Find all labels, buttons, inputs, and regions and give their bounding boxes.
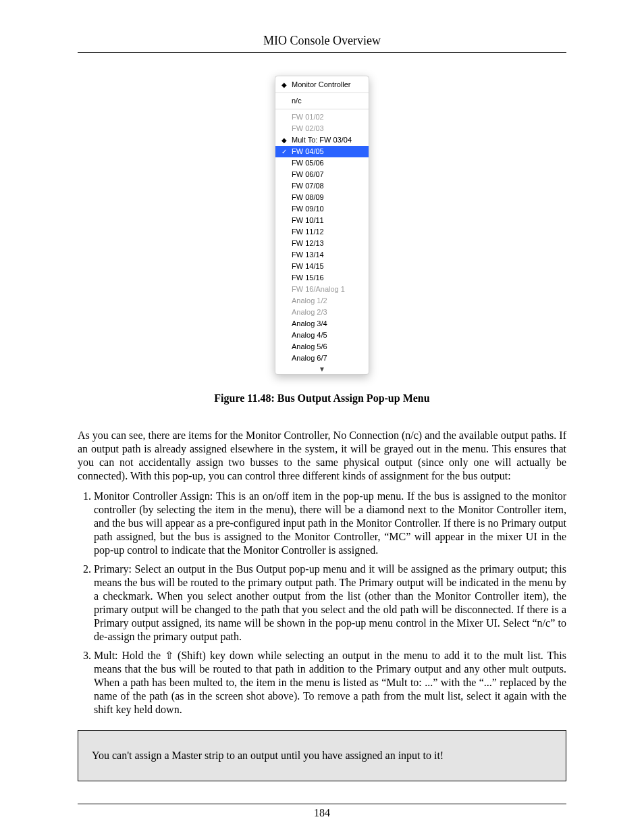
menu-item-label: Mult To: FW 03/04 — [292, 136, 352, 144]
scroll-down-icon[interactable]: ▼ — [275, 364, 369, 373]
menu-item-label: FW 16/Analog 1 — [292, 285, 345, 293]
menu-item[interactable]: ◆Mult To: FW 03/04 — [275, 134, 369, 146]
menu-item-label: FW 05/06 — [292, 159, 324, 167]
menu-item-label: Analog 4/5 — [292, 331, 327, 339]
menu-item[interactable]: FW 10/11 — [275, 215, 369, 226]
page-footer: 184 — [78, 804, 566, 819]
list-item: Primary: Select an output in the Bus Out… — [94, 563, 566, 644]
menu-item-label: FW 10/11 — [292, 216, 324, 224]
menu-item[interactable]: Analog 3/4 — [275, 318, 369, 330]
menu-item-label: FW 12/13 — [292, 239, 324, 247]
menu-item-label: Analog 1/2 — [292, 296, 327, 305]
menu-item[interactable]: FW 11/12 — [275, 226, 369, 238]
menu-item[interactable]: ◆Monitor Controller — [275, 79, 369, 90]
menu-item[interactable]: Analog 5/6 — [275, 341, 369, 353]
menu-item[interactable]: FW 14/15 — [275, 261, 369, 272]
menu-item-label: FW 09/10 — [292, 205, 324, 213]
menu-item: FW 16/Analog 1 — [275, 284, 369, 295]
menu-item: Analog 1/2 — [275, 295, 369, 307]
page: MIO Console Overview ◆Monitor Controller… — [0, 0, 644, 834]
menu-item[interactable]: FW 06/07 — [275, 169, 369, 180]
page-number: 184 — [78, 807, 566, 819]
menu-item-label: FW 06/07 — [292, 170, 324, 178]
menu-item[interactable]: FW 08/09 — [275, 192, 369, 203]
header-rule — [78, 52, 566, 53]
list-item: Mult: Hold the ⇧ (Shift) key down while … — [94, 649, 566, 716]
menu-item-label: Analog 3/4 — [292, 319, 327, 328]
numbered-list: Monitor Controller Assign: This is an on… — [78, 490, 566, 716]
menu-item-label: Monitor Controller — [292, 80, 350, 88]
menu-item-label: FW 11/12 — [292, 228, 324, 236]
menu-item: Analog 2/3 — [275, 307, 369, 318]
page-header-title: MIO Console Overview — [78, 34, 566, 48]
note-box: You can't assign a Master strip to an ou… — [78, 730, 566, 781]
menu-item-label: Analog 2/3 — [292, 308, 327, 316]
menu-item: FW 01/02 — [275, 111, 369, 123]
menu-item[interactable]: n/c — [275, 95, 369, 107]
checkmark-icon: ✓ — [280, 147, 288, 157]
menu-separator — [275, 109, 369, 109]
menu-item-label: FW 14/15 — [292, 262, 324, 270]
menu-item-label: n/c — [292, 97, 302, 105]
menu-item-label: Analog 5/6 — [292, 342, 327, 350]
menu-item-label: FW 04/05 — [292, 147, 324, 155]
menu-item[interactable]: Analog 4/5 — [275, 330, 369, 341]
menu-item-label: FW 13/14 — [292, 251, 324, 259]
menu-item-label: Analog 6/7 — [292, 354, 327, 362]
figure: ◆Monitor Controllern/cFW 01/02FW 02/03◆M… — [78, 76, 566, 375]
figure-caption: Figure 11.48: Bus Output Assign Pop-up M… — [78, 392, 566, 405]
body-paragraph: As you can see, there are items for the … — [78, 429, 566, 483]
menu-item[interactable]: FW 15/16 — [275, 272, 369, 284]
menu-separator — [275, 93, 369, 93]
menu-item[interactable]: Analog 6/7 — [275, 353, 369, 364]
menu-item[interactable]: FW 13/14 — [275, 249, 369, 261]
menu-item: FW 02/03 — [275, 123, 369, 134]
menu-item[interactable]: FW 07/08 — [275, 180, 369, 192]
menu-item-label: FW 01/02 — [292, 113, 324, 121]
menu-item[interactable]: FW 09/10 — [275, 203, 369, 215]
menu-item-label: FW 07/08 — [292, 182, 324, 190]
menu-item[interactable]: FW 05/06 — [275, 157, 369, 169]
diamond-icon: ◆ — [280, 80, 288, 90]
menu-item[interactable]: FW 12/13 — [275, 238, 369, 249]
diamond-icon: ◆ — [280, 135, 288, 145]
list-item: Monitor Controller Assign: This is an on… — [94, 490, 566, 557]
menu-item-label: FW 02/03 — [292, 124, 324, 132]
bus-output-popup-menu[interactable]: ◆Monitor Controllern/cFW 01/02FW 02/03◆M… — [275, 76, 369, 375]
footer-rule — [78, 804, 566, 804]
menu-item[interactable]: ✓FW 04/05 — [275, 146, 369, 157]
menu-item-label: FW 08/09 — [292, 193, 324, 201]
menu-item-label: FW 15/16 — [292, 273, 324, 282]
